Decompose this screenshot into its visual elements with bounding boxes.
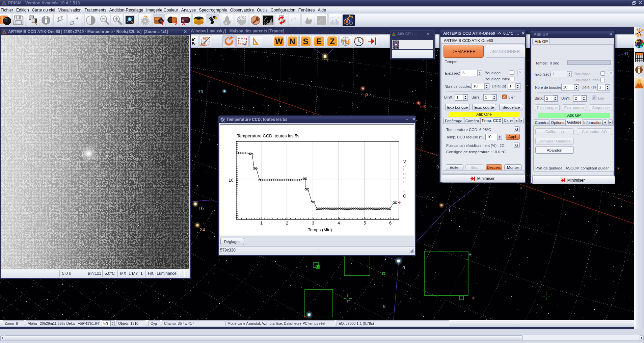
svg-text:6: 6: [389, 220, 392, 226]
svg-text:TU: TU: [342, 39, 349, 45]
svg-text:α: α: [402, 265, 405, 270]
svg-text:AZ: AZ: [200, 43, 205, 47]
svg-text:°: °: [403, 190, 405, 194]
svg-text:16: 16: [198, 206, 204, 211]
svg-text:10: 10: [229, 178, 233, 183]
svg-text:EQ: EQ: [203, 36, 209, 40]
svg-text:64: 64: [420, 104, 425, 109]
svg-text:SUB: SUB: [264, 23, 269, 25]
svg-text:2: 2: [175, 21, 178, 26]
svg-text:9: 9: [383, 304, 385, 309]
svg-text:3: 3: [312, 220, 314, 226]
svg-text:3: 3: [182, 21, 185, 26]
svg-text:2: 2: [286, 220, 288, 226]
svg-text:Temps (Min): Temps (Min): [308, 227, 332, 232]
svg-text:Temperature CCD, toutes les 5s: Temperature CCD, toutes les 5s: [237, 133, 299, 138]
svg-text:1: 1: [260, 220, 263, 226]
svg-text:1: 1: [638, 38, 640, 43]
svg-text:N: N: [625, 51, 628, 56]
svg-text:r: r: [403, 180, 405, 184]
svg-text:η: η: [448, 207, 450, 212]
svg-text:θ: θ: [436, 164, 439, 169]
svg-text:24: 24: [200, 227, 205, 232]
svg-text:C: C: [403, 194, 406, 199]
svg-text:1: 1: [161, 21, 164, 26]
svg-text:5: 5: [364, 220, 366, 226]
svg-text:ε: ε: [327, 57, 329, 62]
svg-text:73: 73: [198, 89, 203, 94]
svg-text:ρ: ρ: [365, 91, 368, 97]
svg-text:4: 4: [338, 220, 340, 226]
